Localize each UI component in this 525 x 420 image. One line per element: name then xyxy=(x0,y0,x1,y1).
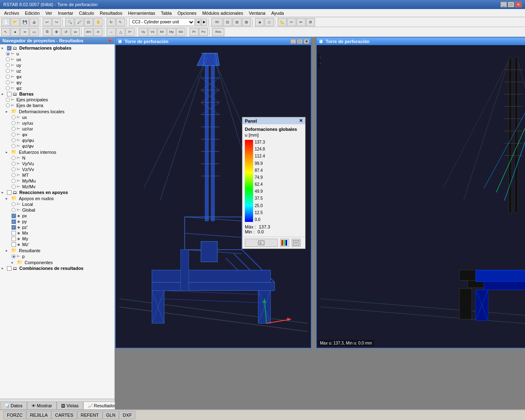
tree-item-1[interactable]: ⊢u xyxy=(0,51,114,57)
tb-zoom-out[interactable]: 🔎 xyxy=(75,18,84,26)
tree-item-20[interactable]: ⊢Vy/Vu xyxy=(0,161,114,167)
tb-measure[interactable]: 📐 xyxy=(278,18,287,26)
tree-item-26[interactable]: ▸📁Apoyos en nudos xyxy=(0,195,114,201)
status-dxf[interactable]: DXF xyxy=(119,411,135,419)
tb2-move[interactable]: ✥ xyxy=(52,28,61,36)
tb-top[interactable]: ⊠ xyxy=(242,18,251,26)
cc-combo[interactable]: CC3 - Cylinder power unit xyxy=(129,18,195,26)
left-tab-datos[interactable]: 📊Datos xyxy=(0,402,27,409)
tree-item-3[interactable]: ⊢uy xyxy=(0,62,114,68)
tree-item-17[interactable]: ⊢φz/φv xyxy=(0,143,114,149)
tb-undo[interactable]: ↩ xyxy=(43,18,52,26)
close-button[interactable]: ✕ xyxy=(515,2,522,7)
tb-save[interactable]: 💾 xyxy=(20,18,29,26)
minimize-button[interactable]: _ xyxy=(500,2,507,7)
tb2-view2[interactable]: Vz xyxy=(148,28,157,36)
menu-calculo[interactable]: Cálculo xyxy=(77,10,97,16)
maximize-button[interactable]: □ xyxy=(508,2,514,7)
tree-item-9[interactable]: ⊢Ejes principales xyxy=(0,97,114,103)
tree-item-30[interactable]: ✓◆py xyxy=(0,219,114,224)
vp1-close[interactable]: ✕ xyxy=(304,39,309,44)
tb2-mz[interactable]: Mz xyxy=(176,28,185,36)
tb2-load[interactable]: → xyxy=(107,28,116,36)
tree-item-27[interactable]: ⊢Local xyxy=(0,201,114,207)
tree-item-11[interactable]: ▸📁Deformaciones locales xyxy=(0,108,114,114)
tb-pan[interactable]: ✋ xyxy=(94,18,103,26)
menu-edicion[interactable]: Edición xyxy=(23,10,42,16)
color-panel-close-button[interactable]: ✕ xyxy=(299,118,303,123)
status-gln[interactable]: GLN xyxy=(103,411,119,419)
tb2-area[interactable]: A xyxy=(94,28,103,36)
tb2-pointer[interactable]: ↖ xyxy=(1,28,10,36)
tree-item-5[interactable]: ⊢φx xyxy=(0,74,114,80)
tree-item-36[interactable]: ⊢p xyxy=(0,253,114,259)
tb2-dimension[interactable]: dim xyxy=(84,28,93,36)
color-panel-palette-icon[interactable] xyxy=(280,239,289,247)
tree-item-8[interactable]: ▸🗂Barras xyxy=(0,91,114,97)
tree-item-32[interactable]: ◆Mx xyxy=(0,230,114,236)
tb-section[interactable]: ✂ xyxy=(287,18,296,26)
tree-item-0[interactable]: ▸✓🗂Deformaciones globales xyxy=(0,45,114,51)
status-forzc[interactable]: FORZC xyxy=(3,411,26,419)
tb-open[interactable]: 📂 xyxy=(11,18,20,26)
tree-item-29[interactable]: ✓◆px xyxy=(0,213,114,219)
tree-item-28[interactable]: ⊢Global xyxy=(0,207,114,213)
tree-item-23[interactable]: ⊢My/Mu xyxy=(0,178,114,184)
tb-new[interactable]: 📄 xyxy=(1,18,10,26)
tb-zoom-all[interactable]: ⊡ xyxy=(84,18,93,26)
tb-settings[interactable]: ⚙ xyxy=(306,18,315,26)
tb-zoom-in[interactable]: 🔍 xyxy=(65,18,74,26)
tree-item-31[interactable]: ✓◆pz' xyxy=(0,224,114,230)
tree-item-7[interactable]: ⊢φz xyxy=(0,85,114,91)
tree-item-14[interactable]: ⊢uz/uv xyxy=(0,126,114,132)
tree-item-6[interactable]: ⊢φy xyxy=(0,80,114,85)
menu-modulos[interactable]: Módulos adicionales xyxy=(200,10,246,16)
tree-item-15[interactable]: ⊢φx xyxy=(0,132,114,137)
tree-item-35[interactable]: ▸📁Resultante xyxy=(0,247,114,253)
vp2-canvas[interactable]: Deformaciones globales u [mm] CC3 : Cyli… xyxy=(317,45,525,348)
menu-insertar[interactable]: Insertar xyxy=(55,10,75,16)
color-panel-settings-icon[interactable]: ⚙ xyxy=(245,239,278,247)
tb-print[interactable]: 🖨 xyxy=(30,18,39,26)
tb2-pr[interactable]: Pr xyxy=(189,28,199,36)
tb-side[interactable]: ⊞ xyxy=(233,18,242,26)
tree-item-22[interactable]: ⊢MT xyxy=(0,172,114,178)
tb-select[interactable]: ↖ xyxy=(116,18,125,26)
tree-item-21[interactable]: ⊢Vz/Vv xyxy=(0,167,114,172)
menu-opciones[interactable]: Opciones xyxy=(175,10,199,16)
tb-annotate[interactable]: ✏ xyxy=(297,18,306,26)
tree-item-12[interactable]: ⊢ux xyxy=(0,114,114,120)
left-tab-vistas[interactable]: 🖼Vistas xyxy=(57,402,83,409)
tree-item-33[interactable]: ◆My xyxy=(0,236,114,242)
tree-item-38[interactable]: ▸🗂Combinaciones de resultados xyxy=(0,265,114,271)
menu-ver[interactable]: Ver xyxy=(43,10,55,16)
tree-item-2[interactable]: ⊢ux xyxy=(0,57,114,62)
cc-next[interactable]: ▶ xyxy=(201,18,207,26)
menu-ayuda[interactable]: Ayuda xyxy=(269,10,286,16)
left-tab-mostrar[interactable]: 👁Mostrar xyxy=(27,402,57,409)
cc-prev[interactable]: ◀ xyxy=(195,18,201,26)
menu-herramientas[interactable]: Herramientas xyxy=(126,10,158,16)
vp1-maximize[interactable]: □ xyxy=(297,39,303,44)
tb2-support[interactable]: △ xyxy=(116,28,125,36)
menu-ventana[interactable]: Ventana xyxy=(247,10,268,16)
tree-item-19[interactable]: ⊢N xyxy=(0,155,114,161)
tb-wireframe[interactable]: ◇ xyxy=(265,18,274,26)
tree-item-18[interactable]: ▸📁Esfuerzos internos xyxy=(0,149,114,155)
tb2-member[interactable]: ⊢ xyxy=(126,28,135,36)
tb2-bar[interactable]: ━ xyxy=(20,28,29,36)
color-panel-export-icon[interactable] xyxy=(292,239,301,247)
tb2-surface[interactable]: ▭ xyxy=(30,28,39,36)
tb-redo[interactable]: ↪ xyxy=(52,18,61,26)
tb2-mirror[interactable]: ⇔ xyxy=(71,28,80,36)
tb2-results[interactable]: Res xyxy=(212,28,224,36)
tree-item-13[interactable]: ⊢uy/uu xyxy=(0,120,114,126)
status-refent[interactable]: REFENT xyxy=(77,411,103,419)
status-rejilla[interactable]: REJILLA xyxy=(26,411,51,419)
tb-rotate[interactable]: ↻ xyxy=(107,18,116,26)
tree-item-16[interactable]: ⊢φy/φu xyxy=(0,137,114,143)
panel-pin-icon[interactable]: 📌 xyxy=(107,39,112,43)
tb2-my[interactable]: My xyxy=(167,28,176,36)
tree-item-24[interactable]: ⊢Mz/Mv xyxy=(0,184,114,189)
menu-resultados[interactable]: Resultados xyxy=(97,10,125,16)
